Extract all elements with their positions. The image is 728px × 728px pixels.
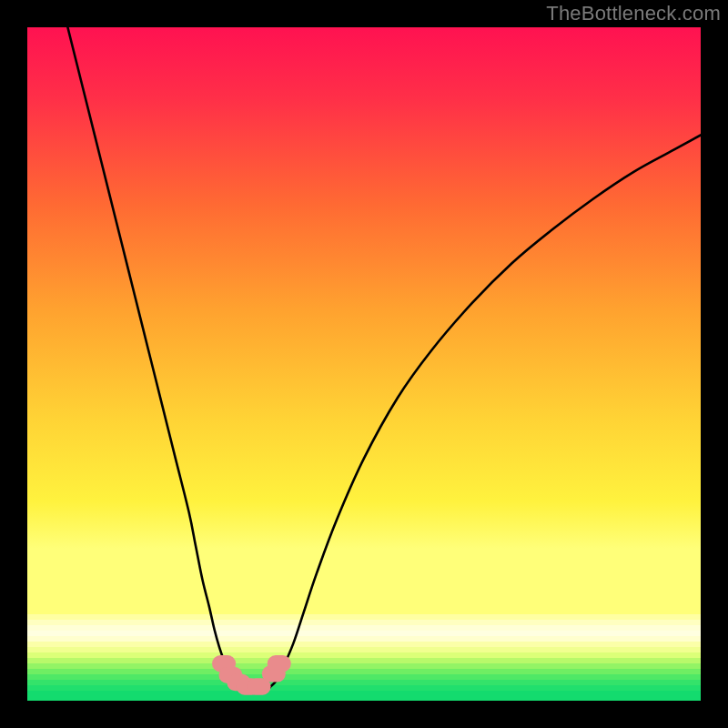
svg-rect-4 — [27, 636, 701, 642]
green-band — [27, 658, 701, 701]
svg-rect-10 — [27, 669, 701, 674]
gradient-background — [27, 27, 701, 620]
watermark-text: TheBottleneck.com — [546, 2, 721, 25]
svg-rect-7 — [27, 652, 701, 658]
svg-rect-6 — [27, 647, 701, 652]
svg-rect-2 — [27, 625, 701, 631]
plot-svg — [27, 27, 701, 701]
svg-rect-1 — [27, 620, 701, 625]
svg-rect-13 — [27, 685, 701, 691]
svg-rect-0 — [27, 614, 701, 620]
chart-frame: TheBottleneck.com — [0, 0, 728, 728]
svg-rect-21 — [268, 655, 291, 672]
svg-rect-3 — [27, 631, 701, 636]
svg-rect-9 — [27, 663, 701, 669]
svg-rect-14 — [27, 691, 701, 701]
svg-rect-5 — [27, 642, 701, 647]
svg-rect-11 — [27, 674, 701, 680]
svg-rect-12 — [27, 680, 701, 685]
pale-band — [27, 614, 701, 658]
svg-rect-8 — [27, 658, 701, 663]
plot-area — [27, 27, 701, 701]
